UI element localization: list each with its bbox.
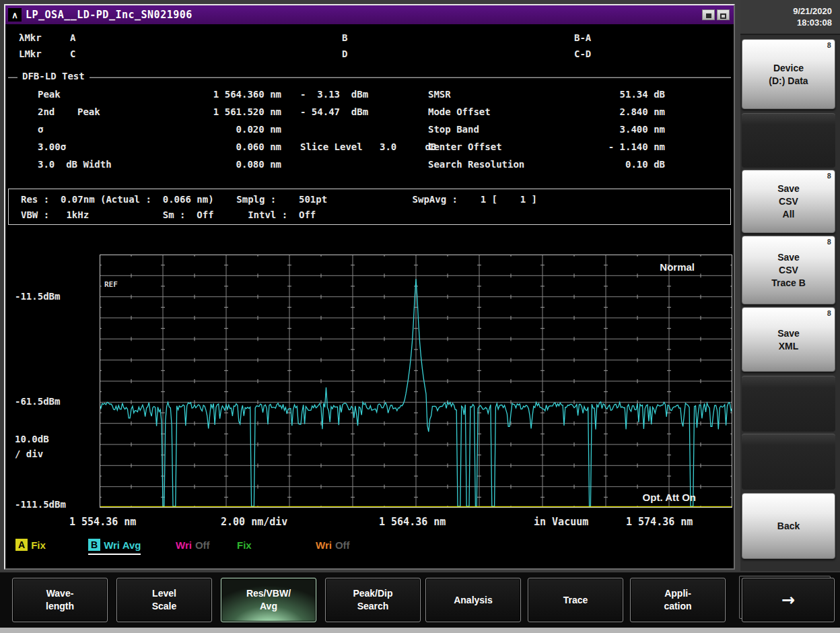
- softkey-corner-badge: 8: [827, 172, 831, 180]
- function-menu-bar: Wave- length Level Scale Res/VBW/ Avg Pe…: [0, 572, 840, 628]
- trace-b-mode: Wri Avg: [104, 539, 141, 551]
- marker-readout: λMkr A B B-A LMkr C D C-D: [5, 30, 734, 71]
- spectrum-plot: REF Normal Opt. Att On: [100, 255, 732, 508]
- result-label: Peak: [38, 89, 61, 100]
- result-value: 0.10 dB: [539, 159, 665, 170]
- result-value: 51.34 dB: [539, 89, 665, 100]
- menu-label: Level: [117, 588, 211, 599]
- save-xml-button[interactable]: 8 Save XML: [742, 307, 835, 372]
- menu-label: Appli-: [631, 588, 725, 599]
- marker-c-label: C: [70, 48, 75, 59]
- result-label: Center Offset: [428, 141, 502, 152]
- trace-e-status: Wri Off: [316, 537, 350, 552]
- trace-d-mode: Fix: [237, 539, 252, 551]
- result-label: σ: [38, 124, 43, 135]
- menu-label: length: [13, 601, 107, 612]
- softkey-corner-badge: 8: [827, 41, 831, 50]
- result-row-2nd-peak: 2nd Peak 1 561.520 nm - 54.47 dBm Mode O…: [5, 106, 734, 124]
- x-axis-medium-label: in Vacuum: [534, 516, 588, 528]
- menu-item-res-vbw-avg[interactable]: Res/VBW/ Avg: [221, 578, 316, 622]
- result-label: 2nd Peak: [38, 106, 100, 117]
- x-axis-labels: 1 554.36 nm 2.00 nm/div 1 564.36 nm in V…: [100, 516, 732, 531]
- spectrum-chart-section: -11.5dBm -61.5dBm 10.0dB / div -111.5dBm…: [5, 228, 734, 568]
- result-wavelength: 0.080 nm: [113, 159, 281, 170]
- window-titlebar: ∧ LP_OSA__LD-PD_Inc_SN021906: [5, 5, 734, 24]
- y-axis-mid-level-label: -61.5dBm: [5, 396, 102, 407]
- save-csv-trace-b-button[interactable]: 8 Save CSV Trace B: [742, 236, 835, 304]
- empty-softkey-slot: [742, 113, 835, 168]
- resolution-sampling-readout: Res : 0.07nm (Actual : 0.066 nm) Smplg :…: [21, 192, 730, 207]
- softkey-label: Save: [742, 328, 835, 339]
- menu-item-wavelength[interactable]: Wave- length: [12, 578, 108, 622]
- device-data-button[interactable]: 8 Device (D:) Data: [742, 39, 835, 109]
- result-level: - 3.13 dBm: [300, 89, 368, 100]
- softkey-sidebar: 9/21/2020 18:03:08 8 Device (D:) Data 8 …: [740, 0, 840, 571]
- softkey-label: CSV: [742, 265, 835, 275]
- maximize-button[interactable]: [717, 9, 730, 20]
- marker-row-label: λMkr: [19, 32, 42, 43]
- menu-item-trace[interactable]: Trace: [528, 578, 623, 622]
- x-axis-start-label: 1 554.36 nm: [69, 516, 136, 528]
- trace-c-state: Off: [195, 539, 210, 551]
- trace-e-state: Off: [335, 539, 350, 551]
- menu-label: Wave-: [13, 588, 107, 599]
- y-axis-scale-per-div-label: / div: [5, 448, 102, 459]
- osa-screen: ∧ LP_OSA__LD-PD_Inc_SN021906 λMkr A B B-…: [0, 0, 840, 633]
- result-wavelength: 1 561.520 nm: [113, 106, 281, 117]
- empty-softkey-slot: [742, 434, 835, 490]
- menu-item-level-scale[interactable]: Level Scale: [116, 578, 212, 622]
- softkey-label: All: [742, 209, 835, 220]
- menu-label: Scale: [117, 601, 211, 612]
- result-value: 2.840 nm: [539, 106, 665, 117]
- dfb-ld-test-results: Peak 1 564.360 nm - 3.13 dBm SMSR 51.34 …: [5, 89, 734, 176]
- menu-label: Search: [326, 601, 420, 612]
- y-axis-bottom-level-label: -111.5dBm: [5, 499, 102, 510]
- trace-a-badge: A: [15, 539, 28, 551]
- trace-d-status: Fix: [237, 537, 252, 552]
- menu-item-application[interactable]: Appli- cation: [630, 578, 726, 622]
- x-axis-stop-label: 1 574.36 nm: [626, 516, 693, 528]
- y-axis-scale-label: 10.0dB: [5, 434, 102, 444]
- result-value: - 1.140 nm: [539, 141, 665, 152]
- result-value: 3.400 nm: [539, 124, 665, 135]
- trace-a-status: A Fix: [15, 537, 46, 552]
- save-csv-all-button[interactable]: 8 Save CSV All: [742, 170, 835, 233]
- menu-item-next-page[interactable]: →: [742, 578, 835, 622]
- result-level: - 54.47 dBm: [300, 106, 368, 117]
- trace-e-mode: Wri: [316, 539, 332, 551]
- trace-c-status: Wri Off: [176, 537, 210, 552]
- result-label: 3.0 dB Width: [38, 159, 112, 170]
- dfb-ld-test-title: DFB-LD Test: [18, 71, 90, 81]
- result-label: Stop Band: [428, 124, 479, 135]
- result-row-3sigma: 3.00σ 0.060 nm Slice Level 3.0 dB Center…: [5, 141, 734, 159]
- result-label: Mode Offset: [428, 106, 491, 117]
- softkey-label: CSV: [742, 196, 835, 207]
- optical-attenuator-status: Opt. Att On: [643, 492, 696, 503]
- ref-level-marker: REF: [104, 280, 118, 289]
- result-row-peak: Peak 1 564.360 nm - 3.13 dBm SMSR 51.34 …: [5, 89, 734, 106]
- bottom-edge-strip: [0, 628, 840, 633]
- result-row-db-width: 3.0 dB Width 0.080 nm Search Resolution …: [5, 159, 734, 176]
- marker-b-a-label: B-A: [574, 32, 591, 43]
- wavelength-marker-row: λMkr A B B-A: [5, 32, 734, 47]
- trace-b-status: B Wri Avg: [88, 537, 141, 555]
- minimize-button[interactable]: [702, 9, 715, 20]
- menu-label: Trace: [528, 595, 623, 606]
- x-axis-center-label: 1 564.36 nm: [379, 516, 446, 528]
- menu-label: cation: [631, 601, 725, 612]
- softkey-label: Trace B: [742, 277, 835, 288]
- y-axis-ref-level-label: -11.5dBm: [5, 291, 102, 302]
- app-logo-icon: ∧: [8, 8, 22, 22]
- softkey-corner-badge: 8: [827, 238, 831, 246]
- result-label: SMSR: [428, 89, 451, 100]
- menu-item-peak-dip-search[interactable]: Peak/Dip Search: [325, 578, 421, 622]
- section-divider: [8, 77, 731, 78]
- level-marker-row: LMkr C D C-D: [5, 48, 734, 63]
- back-button[interactable]: Back: [742, 493, 835, 559]
- softkey-corner-badge: 8: [827, 309, 831, 318]
- vbw-smoothing-readout: VBW : 1kHz Sm : Off Intvl : Off: [21, 207, 730, 223]
- menu-item-analysis[interactable]: Analysis: [425, 578, 521, 622]
- trace-b-badge: B: [88, 539, 100, 551]
- softkey-label: Back: [742, 521, 835, 531]
- x-axis-span-label: 2.00 nm/div: [221, 516, 287, 528]
